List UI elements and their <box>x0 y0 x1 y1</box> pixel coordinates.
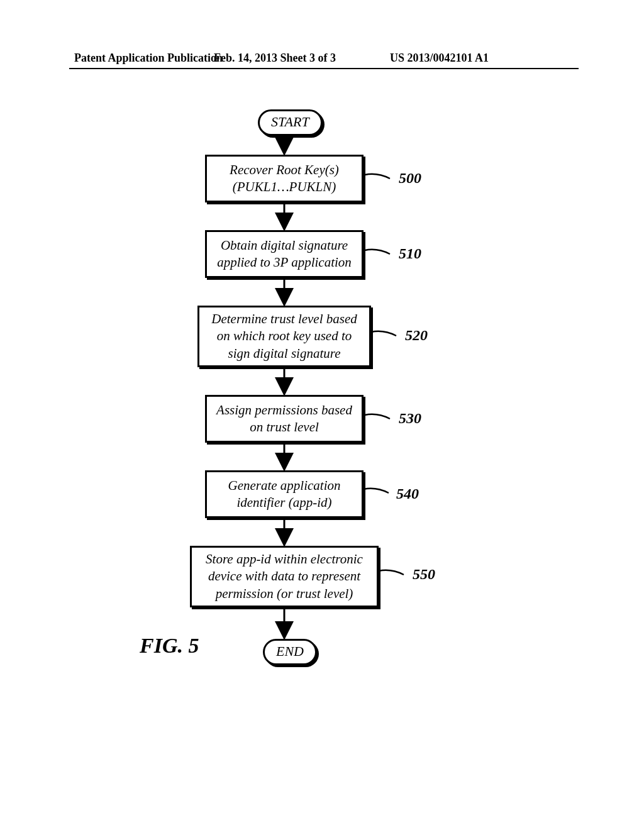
ref-510: 510 <box>399 245 421 262</box>
step-500: Recover Root Key(s)(PUKL1…PUKLN) <box>205 155 364 202</box>
step-500-text: Recover Root Key(s)(PUKL1…PUKLN) <box>230 162 339 196</box>
header-rule <box>69 68 579 69</box>
header-right: US 2013/0042101 A1 <box>390 52 489 65</box>
step-540: Generate applicationidentifier (app-id) <box>205 470 364 518</box>
ref-520: 520 <box>405 327 428 344</box>
step-510: Obtain digital signatureapplied to 3P ap… <box>205 230 364 278</box>
ref-500: 500 <box>399 170 421 187</box>
step-520-text: Determine trust level basedon which root… <box>211 311 357 362</box>
ref-540: 540 <box>396 485 419 502</box>
step-530-text: Assign permissions basedon trust level <box>216 402 352 436</box>
step-540-text: Generate applicationidentifier (app-id) <box>228 477 340 512</box>
figure-label: FIG. 5 <box>140 634 199 658</box>
start-label: START <box>271 114 309 130</box>
header-left: Patent Application Publication <box>74 52 223 65</box>
ref-550: 550 <box>413 566 435 583</box>
step-530: Assign permissions basedon trust level <box>205 395 364 443</box>
flowchart: START Recover Root Key(s)(PUKL1…PUKLN) 5… <box>0 101 644 761</box>
end-terminal: END <box>263 639 317 665</box>
step-520: Determine trust level basedon which root… <box>197 306 371 367</box>
ref-530: 530 <box>399 410 421 427</box>
step-550: Store app-id within electronicdevice wit… <box>190 546 379 607</box>
step-550-text: Store app-id within electronicdevice wit… <box>206 551 363 602</box>
end-label: END <box>276 643 304 659</box>
header-mid: Feb. 14, 2013 Sheet 3 of 3 <box>214 52 336 65</box>
step-510-text: Obtain digital signatureapplied to 3P ap… <box>217 237 352 272</box>
start-terminal: START <box>258 109 323 136</box>
